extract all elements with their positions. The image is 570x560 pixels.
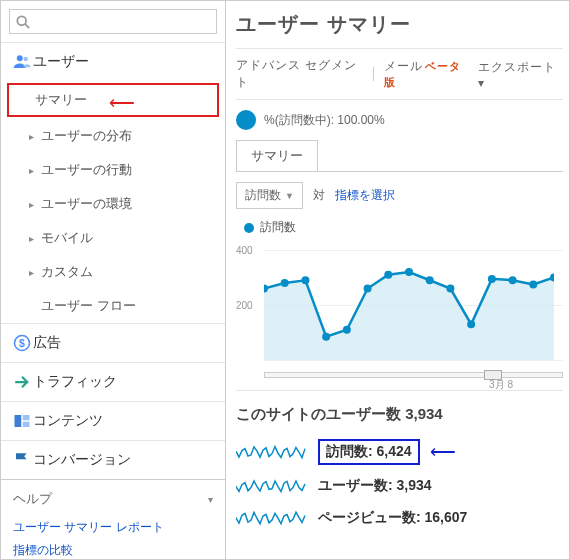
tab-summary[interactable]: サマリー xyxy=(236,140,318,171)
chevron-down-icon: ▼ xyxy=(285,191,294,201)
page-title: ユーザー サマリー xyxy=(236,11,563,38)
metric-text: ユーザー数: 3,934 xyxy=(318,477,432,495)
sidebar-item-5[interactable]: ▸カスタム xyxy=(1,255,225,289)
sparkline xyxy=(236,475,308,497)
svg-point-12 xyxy=(322,333,330,341)
search-box[interactable] xyxy=(9,9,217,34)
vs-label: 対 xyxy=(313,187,325,204)
help-header[interactable]: ヘルプ ▾ xyxy=(13,490,213,508)
sidebar-header-label: ユーザー xyxy=(33,53,89,71)
svg-point-21 xyxy=(509,276,517,284)
sidebar-section-flag[interactable]: コンバージョン xyxy=(1,441,225,479)
svg-line-1 xyxy=(25,24,29,28)
separator xyxy=(373,67,374,81)
sidebar-item-0[interactable]: サマリー⟵ xyxy=(7,83,219,117)
svg-rect-8 xyxy=(23,422,30,427)
svg-rect-6 xyxy=(15,415,22,427)
svg-point-2 xyxy=(17,55,23,61)
site-users-heading: このサイトのユーザー数 3,934 xyxy=(236,390,563,434)
dollar-icon: $ xyxy=(13,334,33,352)
ytick-400: 400 xyxy=(236,245,253,256)
arrow-blue-icon: ⟵ xyxy=(430,441,456,463)
metric-dropdown-label: 訪問数 xyxy=(245,187,281,204)
svg-point-3 xyxy=(24,57,29,62)
help-title-label: ヘルプ xyxy=(13,490,52,508)
sidebar-item-2[interactable]: ▸ユーザーの行動 xyxy=(1,153,225,187)
svg-point-22 xyxy=(529,280,537,288)
xtick: 3月 8 xyxy=(489,378,513,392)
svg-point-0 xyxy=(17,16,26,25)
svg-point-17 xyxy=(426,276,434,284)
pie-icon xyxy=(236,110,256,130)
svg-point-16 xyxy=(405,268,413,276)
help-link-1[interactable]: 指標の比較 xyxy=(13,539,213,560)
sidebar-item-3[interactable]: ▸ユーザーの環境 xyxy=(1,187,225,221)
sidebar-item-4[interactable]: ▸モバイル xyxy=(1,221,225,255)
svg-point-13 xyxy=(343,326,351,334)
arrow-red-icon: ⟵ xyxy=(109,92,135,114)
date-slider[interactable] xyxy=(264,372,563,378)
sidebar-item-6[interactable]: ユーザー フロー xyxy=(1,289,225,323)
advanced-segment-button[interactable]: アドバンス セグメント xyxy=(236,57,363,91)
metric-text: 訪問数: 6,424 xyxy=(318,439,420,465)
arrow-icon xyxy=(13,373,33,391)
svg-point-11 xyxy=(301,276,309,284)
mail-label: メール xyxy=(384,59,423,73)
sidebar-header-users[interactable]: ユーザー xyxy=(1,43,225,81)
svg-rect-7 xyxy=(23,415,30,420)
help-link-0[interactable]: ユーザー サマリー レポート xyxy=(13,516,213,539)
users-icon xyxy=(13,53,33,71)
mail-button[interactable]: メールベータ版 xyxy=(384,58,468,90)
export-button[interactable]: エクスポート ▾ xyxy=(478,59,563,90)
svg-point-10 xyxy=(281,279,289,287)
search-icon xyxy=(16,15,30,29)
metric-row-0: 訪問数: 6,424⟵ xyxy=(236,434,563,470)
ytick-200: 200 xyxy=(236,300,253,311)
metric-row-2: ページビュー数: 16,607 xyxy=(236,502,563,534)
legend-dot xyxy=(244,223,254,233)
metric-text: ページビュー数: 16,607 xyxy=(318,509,467,527)
percent-value: : 100.00% xyxy=(331,113,385,127)
chevron-down-icon: ▾ xyxy=(208,494,213,505)
percent-label: %(訪問数中) xyxy=(264,112,331,129)
svg-point-14 xyxy=(364,285,372,293)
sidebar-section-arrow[interactable]: トラフィック xyxy=(1,363,225,401)
sidebar-item-1[interactable]: ▸ユーザーの分布 xyxy=(1,119,225,153)
sparkline xyxy=(236,507,308,529)
legend-label: 訪問数 xyxy=(260,219,296,236)
svg-point-18 xyxy=(446,285,454,293)
sparkline xyxy=(236,441,308,463)
svg-point-19 xyxy=(467,320,475,328)
sidebar-section-blocks[interactable]: コンテンツ xyxy=(1,402,225,440)
metric-row-1: ユーザー数: 3,934 xyxy=(236,470,563,502)
flag-icon xyxy=(13,451,33,469)
svg-point-20 xyxy=(488,275,496,283)
chart: 400 200 3月 8 xyxy=(236,240,563,390)
search-input[interactable] xyxy=(30,10,216,33)
sidebar-section-dollar[interactable]: $広告 xyxy=(1,324,225,362)
select-metric-link[interactable]: 指標を選択 xyxy=(335,187,395,204)
blocks-icon xyxy=(13,412,33,430)
svg-text:$: $ xyxy=(19,337,25,349)
svg-point-15 xyxy=(384,271,392,279)
metric-dropdown[interactable]: 訪問数 ▼ xyxy=(236,182,303,209)
